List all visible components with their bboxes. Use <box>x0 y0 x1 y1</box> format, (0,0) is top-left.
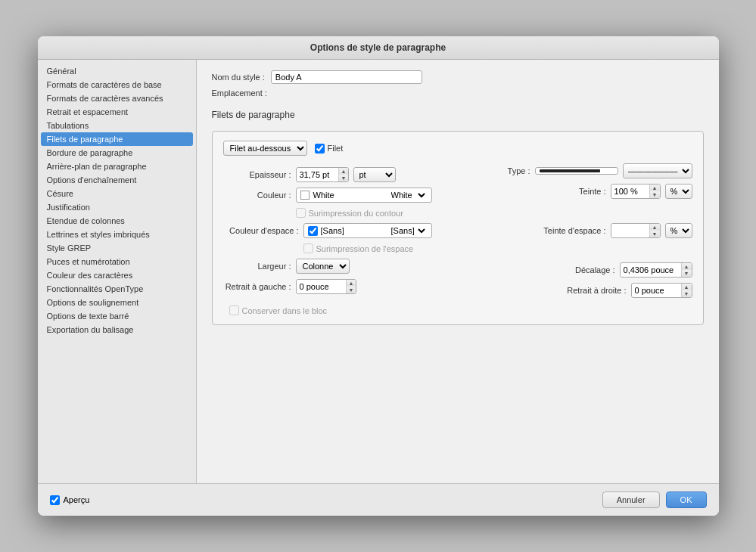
emplacement-row: Emplacement : <box>212 88 704 98</box>
couleur-espace-select[interactable]: [Sans] White Black <box>388 225 428 236</box>
teinte-up[interactable]: ▲ <box>650 185 660 191</box>
type-line-display <box>540 169 600 172</box>
sidebar-item-exportation-du-balisage[interactable]: Exportation du balisage <box>38 323 196 336</box>
type-label: Type : <box>447 166 530 175</box>
teinte-espace-down[interactable]: ▼ <box>650 231 660 237</box>
couleur-select[interactable]: White Black [Sans] <box>388 190 428 200</box>
decalage-input[interactable] <box>621 264 681 276</box>
teinte-espace-label: Teinte d'espace : <box>523 226 606 235</box>
sidebar-item-csure[interactable]: Césure <box>38 187 196 200</box>
couleur-value: White <box>313 191 388 200</box>
sidebar-item-options-de-texte-barr[interactable]: Options de texte barré <box>38 309 196 323</box>
teinte-arrows: ▲ ▼ <box>649 185 660 198</box>
sidebar-item-lettrines-et-styles-imbriqus[interactable]: Lettrines et styles imbriqués <box>38 228 196 241</box>
teinte-label: Teinte : <box>523 187 606 196</box>
sidebar-item-couleur-des-caractres[interactable]: Couleur des caractères <box>38 268 196 282</box>
type-select[interactable]: —————— - - - - - · · · · · <box>623 163 692 178</box>
epaisseur-unit-select[interactable]: pt mm pouce <box>353 167 396 182</box>
sidebar-item-formats-de-caractres-de-base[interactable]: Formats de caractères de base <box>38 78 196 91</box>
retrait-gauche-label: Retrait à gauche : <box>223 282 291 291</box>
right-column: Type : —————— - - - - - · · · · · <box>447 163 692 298</box>
couleur-swatch <box>300 191 310 200</box>
epaisseur-row: Epaisseur : ▲ ▼ pt mm <box>223 167 432 182</box>
couleur-espace-value: [Sans] <box>321 226 388 235</box>
sidebar-item-filets-de-paragraphe[interactable]: Filets de paragraphe <box>41 132 193 146</box>
retrait-droite-up[interactable]: ▲ <box>682 284 692 290</box>
retrait-droite-arrows: ▲ ▼ <box>681 284 692 297</box>
teinte-espace-arrows: ▲ ▼ <box>649 224 660 237</box>
couleur-espace-row: Couleur d'espace : [Sans] [Sans] White B… <box>223 223 432 238</box>
retrait-gauche-down[interactable]: ▼ <box>347 287 356 293</box>
largeur-select[interactable]: Colonne Texte Page <box>296 259 350 274</box>
ok-button[interactable]: OK <box>666 492 707 508</box>
retrait-gauche-row: Retrait à gauche : ▲ ▼ <box>223 279 432 294</box>
surimpression-contour-label[interactable]: Surimpression du contour <box>296 208 432 218</box>
style-name-label: Nom du style : <box>212 73 265 82</box>
sidebar-item-etendue-de-colonnes[interactable]: Etendue de colonnes <box>38 214 196 228</box>
teinte-row: Teinte : ▲ ▼ % <box>447 184 692 199</box>
retrait-gauche-up[interactable]: ▲ <box>347 280 356 287</box>
apercu-checkbox[interactable] <box>50 495 60 505</box>
style-name-input[interactable] <box>271 70 422 84</box>
retrait-gauche-input[interactable] <box>297 281 346 293</box>
couleur-espace-label: Couleur d'espace : <box>223 226 299 235</box>
filet-dropdown[interactable]: Filet au-dessous Filet au-dessus <box>223 141 307 156</box>
couleur-label: Couleur : <box>223 191 291 200</box>
teinte-select[interactable]: % <box>665 184 692 199</box>
teinte-espace-input[interactable] <box>611 225 649 237</box>
conserver-label[interactable]: Conserver dans le bloc <box>229 305 692 315</box>
apercu-label: Aperçu <box>64 495 90 504</box>
epaisseur-label: Epaisseur : <box>223 170 291 179</box>
teinte-input[interactable] <box>611 185 649 197</box>
sidebar-item-justification[interactable]: Justification <box>38 200 196 214</box>
retrait-droite-label: Retrait à droite : <box>543 286 627 295</box>
retrait-droite-spinner: ▲ ▼ <box>631 283 692 298</box>
decalage-down[interactable]: ▼ <box>682 270 692 277</box>
filets-panel: Filet au-dessous Filet au-dessus Filet E <box>212 131 704 325</box>
epaisseur-down[interactable]: ▼ <box>339 175 349 181</box>
type-row: Type : —————— - - - - - · · · · · <box>447 163 692 178</box>
surimpression-espace-label[interactable]: Surimpression de l'espace <box>303 243 432 253</box>
teinte-espace-up[interactable]: ▲ <box>650 224 660 231</box>
epaisseur-up[interactable]: ▲ <box>339 168 349 175</box>
sidebar-item-style-grep[interactable]: Style GREP <box>38 241 196 255</box>
annuler-button[interactable]: Annuler <box>602 492 660 508</box>
sidebar-item-formats-de-caractres-avancs[interactable]: Formats de caractères avancés <box>38 91 196 105</box>
conserver-checkbox[interactable] <box>229 305 239 315</box>
decalage-up[interactable]: ▲ <box>682 263 692 270</box>
couleur-espace-checkbox[interactable] <box>308 226 318 236</box>
spacer-1 <box>447 204 692 218</box>
surimpression-espace-checkbox[interactable] <box>303 243 313 253</box>
sidebar-item-fonctionnalits-opentype[interactable]: Fonctionnalités OpenType <box>38 282 196 296</box>
retrait-droite-input[interactable] <box>632 284 681 296</box>
surimpression-contour-checkbox[interactable] <box>296 208 306 218</box>
filet-checkbox[interactable] <box>315 144 325 154</box>
sidebar-item-arrire-plan-de-paragraphe[interactable]: Arrière-plan de paragraphe <box>38 160 196 173</box>
sidebar-item-tabulations[interactable]: Tabulations <box>38 119 196 132</box>
epaisseur-input[interactable] <box>297 169 338 181</box>
filet-checkbox-text: Filet <box>328 144 344 153</box>
teinte-espace-select[interactable]: % <box>665 223 692 238</box>
title-bar: Options de style de paragraphe <box>38 36 719 60</box>
sidebar-item-retrait-et-espacement[interactable]: Retrait et espacement <box>38 105 196 119</box>
decalage-arrows: ▲ ▼ <box>681 263 692 277</box>
spacer-2 <box>447 243 692 257</box>
surimpression-espace-row: Surimpression de l'espace <box>223 243 432 253</box>
conserver-text: Conserver dans le bloc <box>242 306 328 315</box>
sidebar-item-puces-et-numrotation[interactable]: Puces et numérotation <box>38 255 196 268</box>
footer-left: Aperçu <box>50 495 90 505</box>
sidebar-item-options-de-soulignement[interactable]: Options de soulignement <box>38 296 196 309</box>
teinte-espace-row: Teinte d'espace : ▲ ▼ % <box>447 223 692 238</box>
teinte-down[interactable]: ▼ <box>650 191 660 198</box>
retrait-droite-down[interactable]: ▼ <box>682 290 692 297</box>
couleur-row: Couleur : White White Black [Sans] <box>223 188 432 203</box>
footer: Aperçu Annuler OK <box>38 483 719 516</box>
filet-checkbox-label[interactable]: Filet <box>315 144 344 154</box>
sidebar: GénéralFormats de caractères de baseForm… <box>38 60 197 483</box>
section-title: Filets de paragraphe <box>212 110 704 120</box>
sidebar-item-bordure-de-paragraphe[interactable]: Bordure de paragraphe <box>38 146 196 160</box>
sidebar-item-gnral[interactable]: Général <box>38 64 196 78</box>
sidebar-item-options-denchanement[interactable]: Options d'enchaînement <box>38 173 196 187</box>
surimpression-contour-text: Surimpression du contour <box>309 209 403 218</box>
footer-right: Annuler OK <box>602 492 707 508</box>
